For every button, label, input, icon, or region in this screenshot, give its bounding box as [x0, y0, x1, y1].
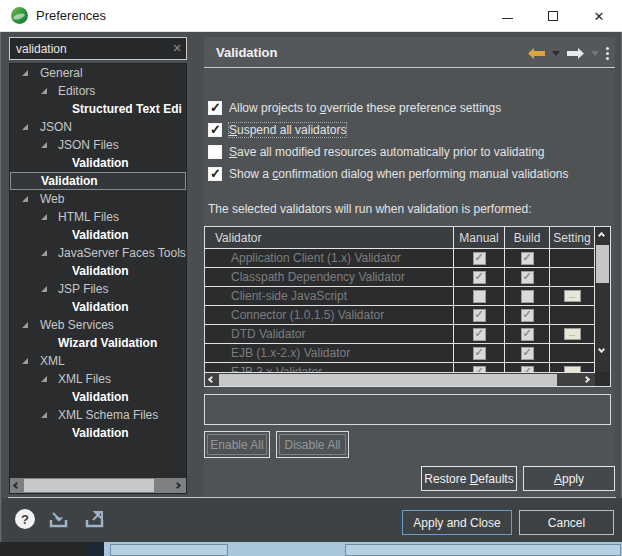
tree-item-wizard-validation[interactable]: Wizard Validation — [10, 334, 186, 352]
tree-item-xml-validation[interactable]: Validation — [10, 388, 186, 406]
tree-item-jsp-validation[interactable]: Validation — [10, 298, 186, 316]
expand-arrow-icon[interactable] — [22, 358, 28, 364]
build-checkbox[interactable] — [521, 309, 534, 322]
scroll-up-icon[interactable] — [598, 232, 605, 239]
manual-checkbox[interactable] — [473, 328, 486, 341]
manual-checkbox[interactable] — [473, 309, 486, 322]
build-checkbox[interactable] — [521, 252, 534, 265]
checkbox[interactable] — [208, 145, 222, 159]
tree-item-json-validation[interactable]: Validation — [10, 154, 186, 172]
build-checkbox[interactable] — [521, 347, 534, 360]
expand-arrow-icon[interactable] — [41, 142, 47, 148]
validators-table: Validator Manual Build Setting Applicati… — [204, 226, 611, 387]
maximize-button[interactable] — [530, 0, 576, 32]
manual-checkbox[interactable] — [473, 271, 486, 284]
build-checkbox[interactable] — [521, 271, 534, 284]
expand-arrow-icon[interactable] — [22, 70, 28, 76]
filter-search-input[interactable]: validation ✕ — [9, 37, 187, 60]
expand-arrow-icon[interactable] — [41, 376, 47, 382]
export-icon[interactable] — [83, 510, 107, 530]
column-header-validator[interactable]: Validator — [205, 227, 454, 248]
tree-item-xml[interactable]: XML — [10, 352, 186, 370]
scrollbar-thumb[interactable] — [596, 245, 609, 283]
table-row[interactable]: Client-side JavaScript ... — [205, 287, 610, 306]
scroll-left-icon[interactable] — [13, 482, 20, 489]
scrollbar-thumb[interactable] — [24, 479, 154, 492]
manual-checkbox[interactable] — [473, 347, 486, 360]
tree-item-json-files[interactable]: JSON Files — [10, 136, 186, 154]
expand-arrow-icon[interactable] — [22, 322, 28, 328]
tree-item-web-services[interactable]: Web Services — [10, 316, 186, 334]
clear-search-icon[interactable]: ✕ — [168, 42, 186, 55]
import-icon[interactable] — [47, 510, 71, 530]
expand-arrow-icon[interactable] — [41, 286, 47, 292]
build-checkbox[interactable] — [521, 328, 534, 341]
checkbox[interactable] — [208, 101, 222, 115]
apply-button[interactable]: Apply — [523, 466, 615, 491]
search-value[interactable]: validation — [10, 42, 168, 56]
scroll-right-icon[interactable] — [583, 376, 590, 383]
cancel-button[interactable]: Cancel — [519, 510, 614, 535]
table-row[interactable]: Classpath Dependency Validator ... — [205, 268, 610, 287]
help-icon[interactable]: ? — [15, 509, 35, 529]
scrollbar-thumb[interactable] — [219, 374, 557, 386]
enable-all-button[interactable]: Enable All — [204, 431, 270, 458]
checkbox[interactable] — [208, 167, 222, 181]
build-checkbox[interactable] — [521, 290, 534, 303]
restore-defaults-button[interactable]: Restore Defaults — [421, 466, 517, 491]
tree-item-web[interactable]: Web — [10, 190, 186, 208]
expand-arrow-icon[interactable] — [22, 196, 28, 202]
settings-ellipsis-button[interactable]: ... — [564, 290, 581, 302]
column-header-manual[interactable]: Manual — [454, 227, 505, 248]
tree-item-general[interactable]: General — [10, 64, 186, 82]
tree-item-xml-schema-files[interactable]: XML Schema Files — [10, 406, 186, 424]
expand-arrow-icon[interactable] — [41, 250, 47, 256]
tree-item-jsf-validation[interactable]: Validation — [10, 262, 186, 280]
tree-item-structured-text-editors[interactable]: Structured Text Edi — [10, 100, 186, 118]
table-row[interactable]: Application Client (1.x) Validator ... — [205, 249, 610, 268]
tree-item-jsf-tools[interactable]: JavaServer Faces Tools — [10, 244, 186, 262]
option-suspend-validators[interactable]: Suspend all validators — [208, 121, 346, 138]
manual-checkbox[interactable] — [473, 290, 486, 303]
scroll-down-icon[interactable] — [598, 346, 605, 353]
scroll-left-icon[interactable] — [208, 376, 215, 383]
tree-item-xml-schema-validation[interactable]: Validation — [10, 424, 186, 442]
expand-arrow-icon[interactable] — [41, 412, 47, 418]
settings-ellipsis-button[interactable]: ... — [564, 328, 581, 340]
back-history-caret-icon[interactable] — [552, 51, 560, 56]
tree-item-jsp-files[interactable]: JSP Files — [10, 280, 186, 298]
tree-item-json[interactable]: JSON — [10, 118, 186, 136]
table-row[interactable]: EJB (1.x-2.x) Validator ... — [205, 344, 610, 363]
manual-checkbox[interactable] — [473, 252, 486, 265]
expand-arrow-icon[interactable] — [41, 214, 47, 220]
dialog-body: validation ✕ General Editors Structured … — [0, 32, 622, 542]
tree-item-xml-files[interactable]: XML Files — [10, 370, 186, 388]
minimize-button[interactable] — [484, 0, 530, 32]
table-row[interactable]: Connector (1.0,1.5) Validator ... — [205, 306, 610, 325]
column-header-build[interactable]: Build — [505, 227, 550, 248]
table-horizontal-scrollbar[interactable] — [205, 372, 595, 386]
column-header-settings[interactable]: Setting — [550, 227, 595, 248]
disable-all-button[interactable]: Disable All — [276, 431, 349, 458]
option-confirmation-dialog[interactable]: Show a confirmation dialog when performi… — [208, 165, 569, 182]
tree-item-html-validation[interactable]: Validation — [10, 226, 186, 244]
view-menu-icon[interactable] — [606, 45, 609, 62]
forward-history-caret-icon[interactable] — [591, 51, 599, 56]
expand-arrow-icon[interactable] — [41, 88, 47, 94]
back-arrow-icon[interactable] — [528, 48, 545, 59]
option-allow-override[interactable]: Allow projects to override these prefere… — [208, 99, 501, 116]
table-vertical-scrollbar[interactable] — [594, 227, 610, 372]
tree-item-html-files[interactable]: HTML Files — [10, 208, 186, 226]
apply-and-close-button[interactable]: Apply and Close — [402, 510, 512, 535]
expand-arrow-icon[interactable] — [22, 124, 28, 130]
forward-arrow-icon[interactable] — [567, 48, 584, 59]
checkbox[interactable] — [208, 123, 222, 137]
tree-horizontal-scrollbar[interactable] — [10, 478, 186, 493]
option-save-before-validating[interactable]: Save all modified resources automaticall… — [208, 143, 545, 160]
tree-item-validation-selected[interactable]: Validation — [10, 172, 186, 190]
scroll-right-icon[interactable] — [174, 482, 181, 489]
preferences-tree: General Editors Structured Text Edi JSON… — [9, 63, 187, 494]
tree-item-editors[interactable]: Editors — [10, 82, 186, 100]
table-row[interactable]: DTD Validator ... — [205, 325, 610, 344]
close-button[interactable]: ✕ — [576, 0, 622, 32]
